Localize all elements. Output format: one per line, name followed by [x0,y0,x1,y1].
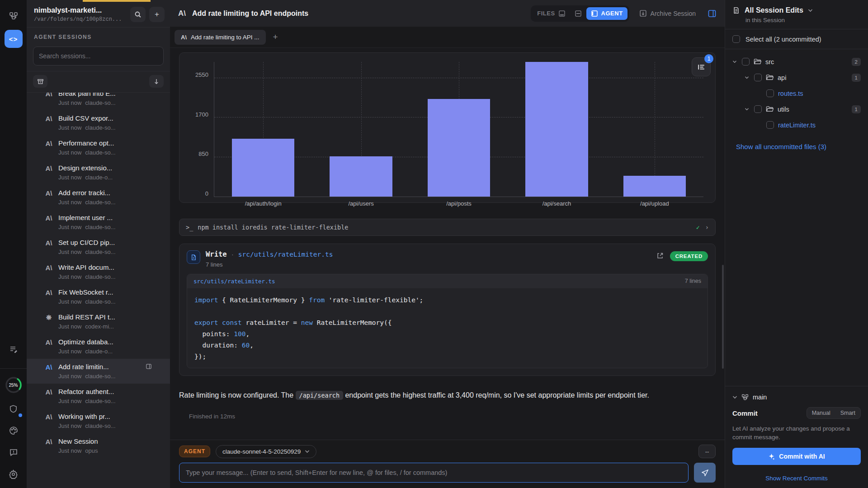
changed-files-tree: src2api1routes.tsutils1rateLimiter.ts [725,49,868,135]
palette-icon[interactable] [6,423,21,438]
new-tab-button[interactable]: + [270,32,281,42]
anthropic-logo-icon: A\ [44,140,54,147]
message-input[interactable] [179,463,689,483]
view-toggle: FILES AGENT [531,5,629,22]
bar-/api/auth/login[interactable] [232,139,295,197]
session-item[interactable]: A\ Implement user ... Just nowclaude-so.… [27,210,170,235]
tree-file-rateLimiter.ts[interactable]: rateLimiter.ts [730,117,863,133]
inline-code-chip: /api/search [296,391,343,400]
tree-file-routes.ts[interactable]: routes.ts [730,85,863,101]
select-all-checkbox[interactable] [732,35,740,43]
notes-icon[interactable] [6,342,21,357]
anthropic-logo-icon: A\ [44,115,54,122]
open-external-icon[interactable] [656,252,664,259]
model-selector[interactable]: claude-sonnet-4-5-20250929 [216,445,316,458]
sparkle-icon [768,453,775,460]
expand-chevron-icon[interactable]: › [705,224,709,231]
session-item[interactable]: A\ New Session Just nowopus [27,433,170,458]
workspaces-icon[interactable] [6,8,21,23]
anthropic-logo-icon: A\ [44,214,54,222]
commit-with-ai-button[interactable]: Commit with AI [732,448,861,465]
commit-mode-smart[interactable]: Smart [835,408,860,418]
branch-selector[interactable]: main [732,392,861,407]
session-item[interactable]: A\ Performance opt... Just nowclaude-so.… [27,135,170,160]
new-session-button[interactable]: + [149,7,165,22]
session-item[interactable]: A\ Fix WebSocket r... Just nowclaude-so.… [27,284,170,309]
session-item[interactable]: A\ Optimize databa... Just nowclaude-o..… [27,334,170,359]
commit-mode-manual[interactable]: Manual [807,408,835,418]
session-item-title: Write API docum... [58,263,116,271]
agent-mode-badge[interactable]: AGENT [179,446,210,457]
archive-session-button[interactable]: Archive Session [639,9,696,17]
conversation-scroll[interactable]: 085017002550 [170,48,725,440]
bar-slot [214,62,312,197]
bar-slot [410,62,508,197]
anthropic-logo-icon: A\ [178,9,186,18]
bar-/api/upload[interactable] [623,176,686,197]
search-sessions-input[interactable]: Search sessions... [33,47,164,66]
toggle-right-panel-icon[interactable] [708,9,717,18]
file-checkbox[interactable] [766,121,774,129]
tree-folder-api[interactable]: api1 [730,70,863,85]
feedback-icon[interactable] [6,445,21,460]
bar-/api/search[interactable] [525,62,588,197]
session-item[interactable]: A\ Design extensio... Just nowclaude-o..… [27,160,170,185]
written-file-path[interactable]: src/utils/rateLimiter.ts [238,251,333,258]
tool-verb: Write [206,250,227,258]
tree-folder-utils[interactable]: utils1 [730,101,863,117]
tree-folder-src[interactable]: src2 [730,54,863,70]
session-item-meta: Just nowclaude-so... [58,224,116,230]
agent-view-button[interactable]: AGENT [586,7,627,20]
session-item-title: Build REST API t... [58,313,115,321]
bar-/api/posts[interactable] [428,99,491,197]
session-item[interactable]: A\ Write API docum... Just nowclaude-so.… [27,259,170,284]
tab-bar: A\ Add rate limiting to API ... + [170,27,725,48]
file-checkbox[interactable] [754,105,762,113]
x-tick-label: /api/search [508,197,605,207]
bar-/api/users[interactable] [330,156,392,197]
show-all-uncommitted-link[interactable]: Show all uncommitted files (3) [725,135,868,150]
session-item[interactable]: ❋ Build REST API t... Just nowcodex-mi..… [27,309,170,334]
chevron-down-icon[interactable] [732,60,738,63]
shield-icon[interactable] [6,401,21,417]
search-icon[interactable] [130,7,146,22]
code-workspace-button[interactable]: <> [5,30,23,48]
finished-status: Finished in 12ms [189,413,716,420]
document-icon [732,6,740,14]
session-item[interactable]: A\ Build CSV expor... Just nowclaude-so.… [27,110,170,135]
file-checkbox[interactable] [754,74,762,81]
scrollbar-thumb[interactable] [722,265,724,369]
files-view-button[interactable]: FILES [533,7,570,20]
send-button[interactable] [694,463,716,483]
split-view-button[interactable] [570,7,586,20]
settings-gear-icon[interactable] [6,466,21,482]
composer-overflow-button[interactable]: -- [698,445,716,458]
chevron-down-icon[interactable] [745,108,750,111]
worktree-color-strip [83,0,151,2]
tab-active-session[interactable]: A\ Add rate limiting to API ... [175,30,266,45]
anthropic-logo-icon: A\ [44,363,54,371]
show-recent-commits-link[interactable]: Show Recent Commits [732,475,861,482]
session-item[interactable]: A\ Add error tracki... Just nowclaude-so… [27,185,170,210]
edits-scope-selector[interactable]: All Session Edits [732,6,861,14]
session-item[interactable]: A\ Working with pr... Just nowclaude-so.… [27,408,170,433]
notification-dot [19,413,22,417]
code-content[interactable]: import { RateLimiterMemory } from 'rate-… [187,288,708,368]
session-item-title: Refactor authent... [58,388,116,395]
x-tick-label: /api/auth/login [214,197,312,207]
change-count-badge: 1 [852,74,861,82]
usage-ring[interactable]: 25% [5,376,23,394]
session-item-title: Working with pr... [58,413,116,420]
session-item[interactable]: A\ Refactor authent... Just nowclaude-so… [27,384,170,408]
chevron-down-icon[interactable] [745,76,750,79]
archive-filter-icon[interactable] [33,75,47,88]
terminal-command-row[interactable]: >_ npm install ioredis rate-limiter-flex… [179,219,716,236]
file-checkbox[interactable] [766,89,774,97]
session-item[interactable]: A\ Break plan into E... Just nowclaude-s… [27,92,170,110]
sort-descending-icon[interactable] [149,75,164,88]
file-checkbox[interactable] [742,58,750,66]
session-item[interactable]: A\ Set up CI/CD pip... Just nowclaude-so… [27,235,170,259]
anthropic-logo-icon: A\ [44,388,54,396]
session-item[interactable]: A\ Add rate limitin... Just nowclaude-so… [27,359,170,384]
y-tick-label: 850 [198,150,208,157]
